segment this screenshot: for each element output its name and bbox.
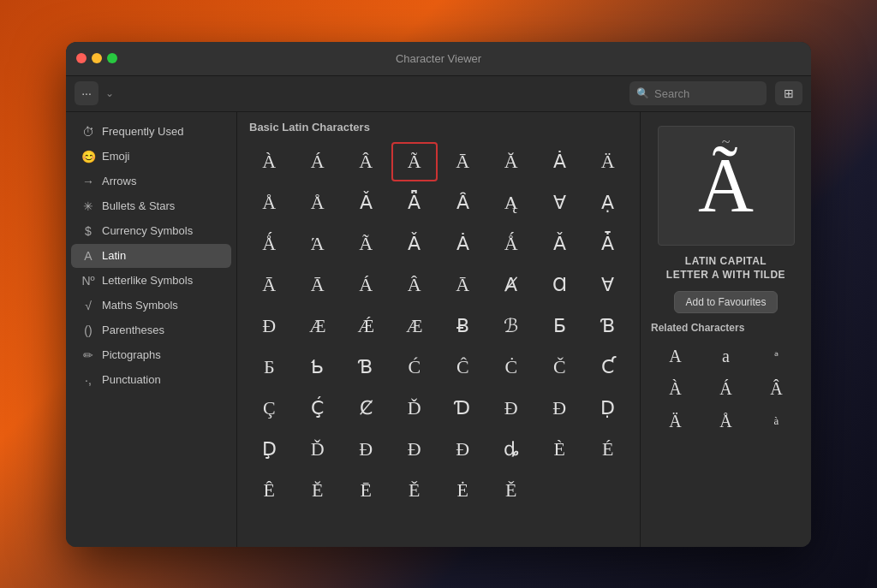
char-cell[interactable]: Č (536, 347, 583, 387)
char-cell[interactable]: Ā (246, 265, 293, 305)
char-cell[interactable]: Ĕ (295, 471, 342, 510)
char-cell[interactable]: Ã (343, 224, 390, 264)
char-cell[interactable]: Ḍ (585, 389, 632, 428)
char-cell[interactable]: Ā (439, 142, 486, 181)
sidebar-item-parentheses[interactable]: ()Parentheses (71, 318, 231, 342)
char-cell[interactable]: Á (343, 265, 390, 305)
char-cell[interactable]: Ä (585, 142, 632, 181)
char-cell[interactable]: Б (246, 347, 293, 387)
char-cell[interactable]: Ά (295, 224, 342, 264)
char-cell[interactable]: Ȧ (536, 142, 583, 181)
related-char[interactable]: Å (701, 406, 750, 437)
char-cell[interactable]: Ḑ (246, 430, 293, 469)
sidebar-item-currency-symbols[interactable]: $Currency Symbols (71, 219, 231, 243)
related-char[interactable]: a (701, 341, 750, 371)
char-cell[interactable]: É (585, 430, 632, 469)
char-cell[interactable]: Ê (246, 471, 293, 510)
char-cell[interactable]: Ɓ (585, 306, 632, 346)
char-cell[interactable]: Ā (295, 265, 342, 305)
minimize-button[interactable] (92, 53, 102, 63)
char-cell[interactable]: Ǻ (488, 224, 535, 264)
char-cell[interactable]: Ǎ (391, 224, 438, 264)
char-cell[interactable]: Ď (295, 430, 342, 469)
traffic-lights (76, 53, 117, 63)
char-cell[interactable]: Â (391, 265, 438, 305)
char-cell[interactable]: Ç (246, 389, 293, 428)
char-cell[interactable]: Đ (536, 389, 583, 428)
main-content: ⏱Frequently Used😊Emoji→Arrows✳Bullets & … (66, 112, 811, 547)
char-cell[interactable]: Ă (488, 142, 535, 181)
char-cell[interactable]: ȡ (488, 430, 535, 469)
sidebar-item-pictographs[interactable]: ✏Pictographs (71, 343, 231, 367)
char-cell[interactable]: Ċ (488, 347, 535, 387)
sidebar-item-emoji[interactable]: 😊Emoji (71, 145, 231, 169)
char-cell[interactable]: Æ (391, 306, 438, 346)
fullscreen-button[interactable] (107, 53, 117, 63)
char-cell[interactable]: Ǎ (343, 183, 390, 223)
related-char[interactable]: à (752, 406, 801, 437)
search-input[interactable] (654, 87, 760, 100)
char-cell[interactable]: Đ (391, 430, 438, 469)
char-cell[interactable]: Ạ (585, 183, 632, 223)
char-cell[interactable]: Ą (488, 183, 535, 223)
sidebar-item-latin[interactable]: ALatin (71, 244, 231, 268)
char-cell[interactable]: È (536, 430, 583, 469)
sidebar-item-letterlike-symbols[interactable]: NºLetterlike Symbols (71, 269, 231, 293)
char-cell[interactable]: Ě (391, 471, 438, 510)
char-cell[interactable]: À (246, 142, 293, 181)
char-cell[interactable]: Ȃ (439, 183, 486, 223)
char-cell[interactable]: Ƅ (295, 347, 342, 387)
char-cell[interactable]: Ƃ (536, 306, 583, 346)
char-cell[interactable]: Ȼ (343, 389, 390, 428)
char-cell[interactable]: Ƈ (585, 347, 632, 387)
sidebar-item-frequently-used[interactable]: ⏱Frequently Used (71, 120, 231, 144)
char-cell[interactable]: Ɑ (536, 265, 583, 305)
char-cell[interactable]: Ɐ (585, 265, 632, 305)
related-char[interactable]: Â (752, 373, 801, 404)
char-cell[interactable]: Ã (391, 142, 438, 181)
char-cell[interactable]: Ɐ (536, 183, 583, 223)
sidebar-item-bullets-stars[interactable]: ✳Bullets & Stars (71, 194, 231, 218)
related-char[interactable]: Á (701, 373, 750, 404)
char-cell[interactable]: Ć (391, 347, 438, 387)
char-cell[interactable]: Ḉ (295, 389, 342, 428)
char-cell[interactable]: Æ (295, 306, 342, 346)
char-cell[interactable]: Ě (488, 471, 535, 510)
char-cell[interactable]: Ð (488, 389, 535, 428)
char-cell[interactable]: Å (246, 183, 293, 223)
options-button[interactable]: ··· (75, 81, 98, 105)
char-cell[interactable]: Å (295, 183, 342, 223)
char-cell[interactable]: Ǡ (585, 224, 632, 264)
char-cell[interactable]: Ā (439, 265, 486, 305)
grid-view-button[interactable]: ⊞ (775, 81, 802, 105)
char-cell[interactable]: Â (343, 142, 390, 181)
related-char[interactable]: ᵃ (752, 341, 801, 371)
char-cell[interactable]: Ė (439, 471, 486, 510)
sidebar-item-arrows[interactable]: →Arrows (71, 169, 231, 193)
char-cell[interactable]: Ǽ (343, 306, 390, 346)
char-cell[interactable]: Á (295, 142, 342, 181)
related-char[interactable]: A (651, 341, 700, 371)
close-button[interactable] (76, 53, 87, 63)
related-char[interactable]: Ä (651, 406, 700, 437)
char-cell[interactable]: Ǟ (391, 183, 438, 223)
char-cell[interactable]: Đ (343, 430, 390, 469)
char-cell[interactable]: Ȧ (439, 224, 486, 264)
char-cell[interactable]: Ĉ (439, 347, 486, 387)
char-cell[interactable]: Ɗ (439, 389, 486, 428)
char-cell[interactable]: Đ (439, 430, 486, 469)
sidebar-item-punctuation[interactable]: ·,Punctuation (71, 368, 231, 392)
expand-button[interactable]: ⌄ (102, 84, 117, 103)
char-cell[interactable]: Ɓ (343, 347, 390, 387)
char-cell[interactable]: Ď (391, 389, 438, 428)
char-cell[interactable]: Ǻ (246, 224, 293, 264)
related-char[interactable]: À (651, 373, 700, 404)
char-cell[interactable]: Ē (343, 471, 390, 510)
char-cell[interactable]: Ǎ (536, 224, 583, 264)
sidebar-item-maths-symbols[interactable]: √Maths Symbols (71, 294, 231, 318)
char-cell[interactable]: Ⱥ (488, 265, 535, 305)
char-cell[interactable]: ℬ (488, 306, 535, 346)
char-cell[interactable]: Ð (246, 306, 293, 346)
add-to-favourites-button[interactable]: Add to Favourites (674, 291, 777, 313)
char-cell[interactable]: Ƀ (439, 306, 486, 346)
